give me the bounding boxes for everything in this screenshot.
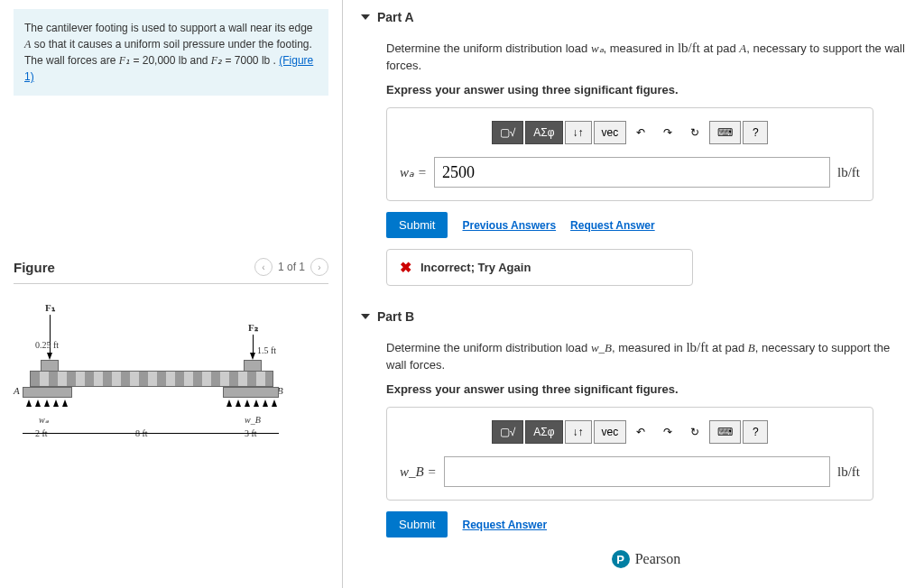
undo-button[interactable]: ↶: [628, 121, 653, 144]
previous-answers-link[interactable]: Previous Answers: [462, 219, 556, 232]
help-button[interactable]: ?: [743, 121, 768, 144]
figure-next-button[interactable]: ›: [310, 258, 328, 276]
templates-button[interactable]: ▢√: [492, 420, 524, 444]
part-a-unit: lb/ft: [837, 165, 860, 180]
keyboard-button[interactable]: ⌨: [709, 121, 741, 144]
part-a-prompt: Determine the uniform distribution load …: [386, 39, 906, 74]
part-b-prompt: Determine the uniform distribution load …: [386, 338, 906, 373]
part-b-unit: lb/ft: [837, 464, 860, 480]
part-b-request-answer-link[interactable]: Request Answer: [462, 519, 547, 531]
part-a-submit-button[interactable]: Submit: [386, 212, 448, 238]
greek-button[interactable]: ΑΣφ: [525, 420, 562, 444]
caret-down-icon: [361, 14, 370, 20]
redo-button[interactable]: ↷: [655, 420, 680, 444]
part-b-header[interactable]: Part B: [361, 304, 906, 329]
incorrect-icon: ✖: [400, 259, 411, 276]
problem-statement: The cantilever footing is used to suppor…: [14, 9, 328, 96]
part-b-submit-button[interactable]: Submit: [386, 511, 448, 537]
part-b-answer-input[interactable]: [444, 456, 830, 487]
greek-button[interactable]: ΑΣφ: [525, 121, 562, 144]
part-a-var-label: wₐ =: [400, 164, 427, 180]
keyboard-button[interactable]: ⌨: [709, 420, 741, 444]
subscript-button[interactable]: ↓↑: [565, 121, 592, 144]
figure-counter: 1 of 1: [278, 261, 305, 273]
part-a-answer-input[interactable]: [434, 157, 830, 188]
pearson-footer: P Pearson: [386, 550, 906, 568]
part-b-var-label: w_B =: [400, 464, 437, 480]
caret-down-icon: [361, 314, 370, 319]
figure-prev-button[interactable]: ‹: [254, 258, 273, 276]
redo-button[interactable]: ↷: [655, 121, 680, 144]
part-a-hint: Express your answer using three signific…: [386, 83, 906, 96]
pearson-logo-icon: P: [612, 550, 630, 568]
reset-button[interactable]: ↻: [682, 420, 707, 444]
undo-button[interactable]: ↶: [628, 420, 653, 444]
figure-diagram: F₁ F₂ 0.25 ft 1.5 ft A B: [14, 302, 302, 464]
figure-title: Figure: [14, 260, 55, 275]
help-button[interactable]: ?: [743, 420, 768, 444]
vec-button[interactable]: vec: [594, 121, 627, 144]
part-a-feedback: ✖ Incorrect; Try Again: [386, 249, 693, 286]
reset-button[interactable]: ↻: [682, 121, 707, 144]
part-a-request-answer-link[interactable]: Request Answer: [570, 219, 655, 232]
templates-button[interactable]: ▢√: [492, 121, 524, 144]
subscript-button[interactable]: ↓↑: [565, 420, 592, 444]
vec-button[interactable]: vec: [594, 420, 627, 444]
part-a-header[interactable]: Part A: [361, 5, 906, 30]
part-b-hint: Express your answer using three signific…: [386, 382, 906, 396]
